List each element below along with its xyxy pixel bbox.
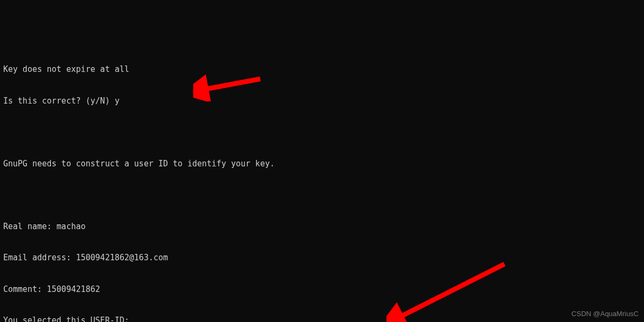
terminal-line: Key does not expire at all (3, 64, 641, 75)
terminal-line: Real name: machao (3, 222, 641, 232)
terminal-line (3, 190, 641, 201)
terminal-line: Is this correct? (y/N) y (3, 96, 641, 107)
terminal-line: You selected this USER-ID: (3, 316, 641, 322)
terminal-line: GnuPG needs to construct a user ID to id… (3, 159, 641, 170)
watermark-text: CSDN @AquaMriusC (572, 310, 639, 319)
terminal-line: Email address: 15009421862@163.com (3, 253, 641, 264)
terminal-line (3, 127, 641, 138)
terminal-line: Comment: 15009421862 (3, 284, 641, 295)
terminal-output[interactable]: Key does not expire at all Is this corre… (3, 43, 641, 322)
